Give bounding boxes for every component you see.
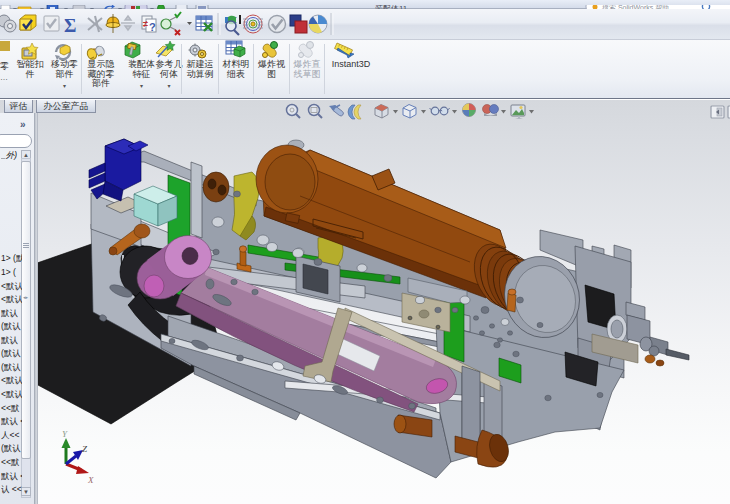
svg-text:Y: Y [62, 429, 68, 439]
svg-text:?: ? [149, 21, 156, 33]
svg-text:Z: Z [82, 444, 88, 454]
svg-text:零: 零 [0, 61, 9, 71]
svg-text:Σ: Σ [64, 15, 76, 36]
svg-text:X: X [87, 475, 94, 485]
svg-text:…: … [0, 73, 8, 82]
svg-text:≠: ≠ [143, 19, 148, 29]
